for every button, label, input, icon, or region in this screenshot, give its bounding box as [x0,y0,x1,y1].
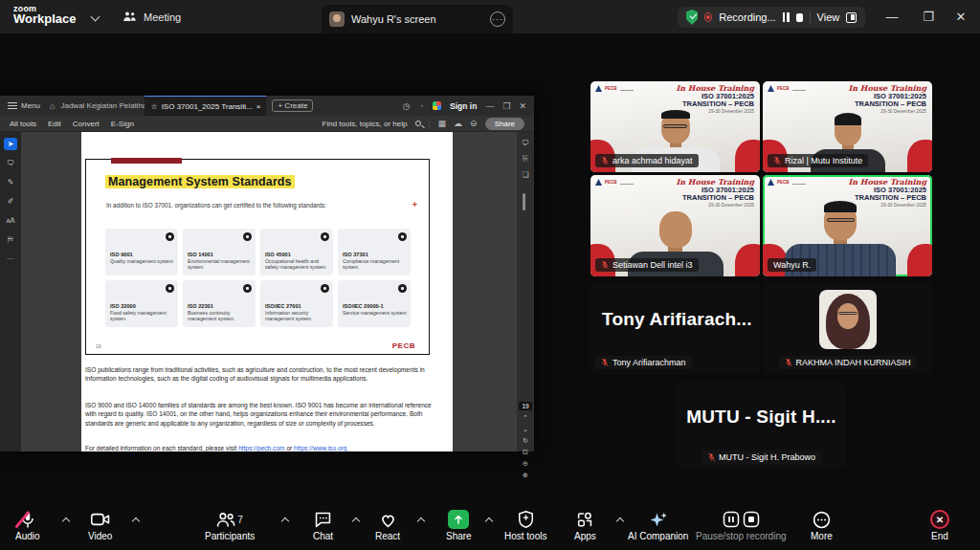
notifications-icon[interactable]: ◔ [419,101,424,111]
page-down-icon[interactable]: ⌄ [523,426,528,433]
history-icon[interactable]: ◷ [403,101,411,111]
export-panel-icon[interactable]: ⎘ [517,154,534,164]
apps-grid-icon[interactable] [433,101,441,110]
star-icon[interactable]: ☆ [150,102,157,111]
standard-card: ISO 9001Quality management system [105,229,178,275]
fit-page-icon[interactable]: ⊡ [523,449,528,456]
more-tools-icon[interactable]: ⊖ [470,119,478,128]
highlight-tool-icon[interactable]: ✐ [4,195,17,208]
more-button[interactable]: More [811,510,833,541]
red-chair [907,140,932,172]
participants-button[interactable]: 7 Participants [205,510,255,541]
pause-recording-icon [723,511,740,528]
audio-button[interactable]: Audio [15,510,40,541]
view-layout-icon[interactable] [846,12,857,23]
find-tools-search[interactable]: Find tools, topics, or help [323,120,408,128]
acrobat-close-icon[interactable]: ✕ [519,101,526,111]
chat-button[interactable]: Chat [313,510,333,541]
ai-companion-sparkle-icon [649,511,668,529]
security-shield-icon[interactable] [686,10,698,25]
training-banner-logos: PECB [595,179,634,186]
text-tool-icon[interactable]: 🗚 [4,214,17,227]
audio-options-chevron[interactable] [62,517,70,525]
tab-meeting[interactable]: Meeting [122,0,181,33]
participants-options-chevron[interactable] [281,517,289,525]
zoom-out-icon[interactable]: ⊖ [523,460,528,468]
esign-button[interactable]: E-Sign [111,120,134,128]
more-options-icon[interactable]: ··· [490,11,505,27]
comment-tool-icon[interactable]: 🗨 [4,157,17,169]
video-tile-mutu-sigit[interactable]: MUTU - Sigit H.... MUTU - Sigit H. Prabo… [677,382,846,469]
ai-companion-button[interactable]: AI Companion [628,510,688,541]
sign-in-button[interactable]: Sign in [450,101,477,111]
minimize-button[interactable]: — [873,0,911,33]
select-tool-icon[interactable]: ➤ [4,138,17,150]
video-options-chevron[interactable] [132,517,140,525]
search-icon[interactable] [415,121,421,126]
create-button[interactable]: + Create [272,99,313,112]
host-tools-button[interactable]: Host tools [504,510,546,541]
pause-stop-recording-button[interactable]: Pause/stop recording [696,510,787,541]
home-icon[interactable]: ⌂ [50,101,55,111]
pages-panel-icon[interactable]: ❏ [517,170,534,179]
menu-icon[interactable] [8,102,17,109]
close-tab-icon[interactable]: × [256,102,261,111]
pecb-logo: PECB [605,86,617,91]
chevron-down-icon[interactable] [91,12,100,22]
edit-button[interactable]: Edit [48,120,61,128]
tab-shared-screen[interactable]: Wahyu R's screen ··· [322,5,513,33]
muted-mic-icon [601,156,609,165]
video-tile-wahyu[interactable]: PECB In House Training ISO 37001:2025 TR… [763,175,932,276]
plus-decoration: + [412,200,417,209]
react-options-chevron[interactable] [417,517,425,525]
page-up-icon[interactable]: ⌃ [523,414,528,422]
share-screen-button[interactable]: Share [446,510,472,541]
comments-panel-icon[interactable]: 🗩 [517,139,534,147]
cloud-upload-icon[interactable]: ☁ [454,119,462,128]
acrobat-left-tool-rail: ➤ 🗨 ✎ ✐ 🗚 ⛿ ··· [0,132,21,451]
participant-big-name: MUTU - Sigit H.... [677,407,846,428]
zoom-in-icon[interactable]: ⊕ [523,472,528,479]
stamp-tool-icon[interactable]: ⛿ [4,233,17,246]
video-tile-tony[interactable]: Tony Arifiarach... Tony Arifiarachman [590,282,760,374]
document-tab-1[interactable]: Jadwal Kegiatan Pelatihan Trin... [60,101,145,110]
acrobat-toolbar: All tools Edit Convert E-Sign Find tools… [0,116,534,132]
apps-button[interactable]: Apps [574,510,596,541]
participant-name: Wahyu R. [773,260,811,270]
muted-mic-icon [601,358,609,367]
panel-icon[interactable]: ▦ [438,119,447,128]
chat-options-chevron[interactable] [352,517,360,525]
leaf-icon [243,232,252,241]
document-tab-2-active[interactable]: ☆ ISO 37001_2025 Transiti... × [145,96,266,116]
iso-link[interactable]: https://www.iso.org [294,445,346,451]
close-button[interactable]: ✕ [942,0,980,33]
pecb-link[interactable]: https://pecb.com [238,445,284,451]
end-meeting-button[interactable]: ✕ End [930,510,949,541]
share-options-chevron[interactable] [485,517,493,525]
standard-card: ISO 45001Occupational health and safety … [260,229,333,275]
acrobat-restore-icon[interactable]: ❐ [502,101,510,111]
react-button[interactable]: React [375,510,400,541]
scrollbar-thumb[interactable] [523,193,525,210]
org-logo-icon [768,179,774,186]
convert-button[interactable]: Convert [73,120,100,128]
video-tile-rakhma[interactable]: RAKHMA INDAH KURNIASIH [763,282,932,374]
video-button[interactable]: Video [88,510,112,541]
stop-recording-icon[interactable] [796,13,803,22]
acrobat-share-button[interactable]: Share [485,118,524,130]
pen-tool-icon[interactable]: ✎ [4,176,17,188]
video-tile-arka[interactable]: PECB In House Training ISO 37001:2025 TR… [590,81,760,172]
all-tools-button[interactable]: All tools [10,120,36,128]
participant-name: Rizal | Mutu Institute [785,156,862,165]
video-tile-setiawan[interactable]: PECB In House Training ISO 37001:2025 TR… [590,175,760,276]
video-tile-rizal[interactable]: PECB In House Training ISO 37001:2025 TR… [763,81,932,172]
pause-recording-icon[interactable] [783,12,790,22]
acrobat-minimize-icon[interactable]: — [485,101,494,111]
slide-frame: Management System Standards In addition … [85,159,430,355]
menu-label[interactable]: Menu [21,101,40,110]
more-tools-rail-icon[interactable]: ··· [4,253,17,265]
training-banner-logos: PECB [595,85,634,92]
view-button[interactable]: View [817,11,840,23]
rotate-icon[interactable]: ↻ [523,437,528,445]
apps-options-chevron[interactable] [616,517,624,525]
